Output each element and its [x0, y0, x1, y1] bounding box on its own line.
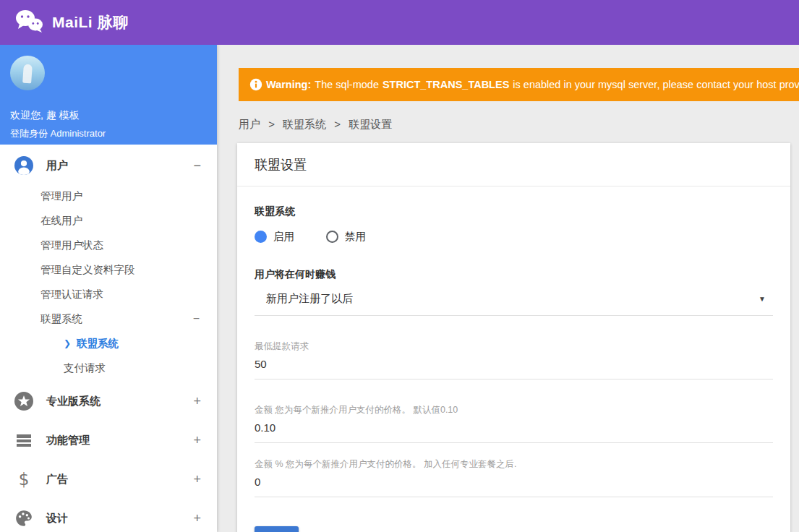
sidebar-item-label: 支付请求: [64, 361, 106, 375]
profile-role: 登陆身份 Administrator: [10, 127, 204, 140]
radio-option-enable[interactable]: 启用: [255, 230, 294, 244]
radio-option-disable[interactable]: 禁用: [326, 230, 366, 244]
layers-icon: [14, 431, 33, 450]
breadcrumb-users[interactable]: 用户: [239, 118, 260, 130]
sidebar-item-ads[interactable]: $ 广告 +: [0, 463, 217, 496]
radio-label: 禁用: [345, 230, 366, 244]
sidebar-item-label: 管理认证请求: [40, 288, 103, 301]
expand-icon[interactable]: +: [193, 512, 201, 525]
breadcrumb-affiliate-system[interactable]: 联盟系统: [283, 118, 326, 130]
warning-banner: Warning: The sql-mode STRICT_TRANS_TABLE…: [239, 68, 799, 101]
chevron-down-icon: ▼: [759, 295, 766, 303]
dollar-icon: $: [14, 470, 33, 489]
sidebar-item-label: 设计: [46, 512, 68, 525]
sidebar-item-label: 在线用户: [40, 214, 82, 228]
chevron-right-icon: ❯: [64, 338, 71, 348]
referral-percent-field: 金额 % 您为每个新推介用户支付的价格。 加入任何专业套餐之后. 0: [255, 458, 773, 497]
wechat-logo-icon: [14, 9, 43, 36]
earning-time-select-group: 用户将在何时赚钱 新用户注册了以后 ▼: [255, 268, 773, 316]
collapse-icon[interactable]: −: [193, 313, 200, 325]
sidebar-item-label: 管理自定义资料字段: [40, 263, 135, 277]
sidebar-item-custom-fields[interactable]: 管理自定义资料字段: [0, 257, 217, 282]
sidebar-item-label: 联盟系统: [40, 312, 82, 326]
app-title: MaiLi 脉聊: [52, 12, 129, 33]
sidebar-item-manage-users[interactable]: 管理用户: [0, 184, 217, 208]
warning-label: Warning:: [266, 79, 311, 90]
referral-amount-input[interactable]: 0.10: [255, 421, 773, 434]
settings-card: 联盟设置 联盟系统 启用 禁用 用户将在何时赚钱: [237, 143, 790, 532]
sidebar-item-feature-management[interactable]: 功能管理 +: [0, 424, 217, 457]
warning-text: The sql-mode: [315, 79, 379, 90]
sidebar-item-label: 联盟系统: [77, 337, 119, 351]
sidebar-item-label: 管理用户: [40, 189, 82, 203]
star-icon: [14, 392, 33, 411]
breadcrumb-separator: >: [334, 118, 341, 130]
sidebar-item-label: 用户: [46, 159, 68, 173]
sidebar-item-user-status[interactable]: 管理用户状态: [0, 233, 217, 257]
warning-text: is enabled in your mysql server, please …: [513, 79, 799, 90]
app-logo: MaiLi 脉聊: [14, 9, 129, 36]
radio-unselected-icon[interactable]: [326, 231, 338, 243]
sidebar-item-label: 专业版系统: [46, 395, 101, 408]
main-content: Warning: The sql-mode STRICT_TRANS_TABLE…: [217, 45, 799, 532]
sidebar-profile: 欢迎您, 趣 模板 登陆身份 Administrator: [0, 45, 217, 145]
sidebar-item-verification-requests[interactable]: 管理认证请求: [0, 282, 217, 306]
user-icon: [14, 156, 33, 175]
referral-amount-field: 金额 您为每个新推介用户支付的价格。 默认值0.10 0.10: [255, 404, 773, 443]
sidebar-item-affiliate-system-active[interactable]: ❯ 联盟系统: [0, 331, 217, 356]
sidebar-item-label: 广告: [46, 473, 68, 486]
affiliate-system-radio-group: 联盟系统 启用 禁用: [255, 205, 773, 244]
select-value: 新用户注册了以后: [266, 292, 353, 306]
referral-percent-input[interactable]: 0: [255, 476, 773, 488]
sidebar-item-users[interactable]: 用户 −: [0, 149, 217, 182]
breadcrumb-separator: >: [268, 118, 275, 130]
breadcrumb-current: 联盟设置: [349, 118, 392, 130]
app-header: MaiLi 脉聊: [0, 0, 799, 45]
sidebar-nav: 用户 − 管理用户 在线用户 管理用户状态 管理自定义资料字段 管理认证请求 联…: [0, 145, 217, 532]
sidebar-item-pro-system[interactable]: 专业版系统 +: [0, 385, 217, 418]
settings-form: 联盟系统 启用 禁用 用户将在何时赚钱 新用户注册了以后 ▼: [237, 186, 790, 532]
radio-label: 启用: [273, 230, 294, 244]
field-label: 用户将在何时赚钱: [255, 268, 773, 281]
field-label: 金额 您为每个新推介用户支付的价格。 默认值0.10: [255, 404, 773, 416]
save-button[interactable]: 保存: [255, 526, 299, 532]
field-label: 联盟系统: [255, 205, 773, 218]
min-withdrawal-field: 最低提款请求 50: [255, 340, 773, 379]
expand-icon[interactable]: +: [193, 434, 201, 447]
sidebar-group-affiliate-system[interactable]: 联盟系统 −: [0, 306, 217, 331]
sidebar: 欢迎您, 趣 模板 登陆身份 Administrator 用户 − 管理用户: [0, 45, 217, 532]
sidebar-item-online-users[interactable]: 在线用户: [0, 208, 217, 233]
warning-code: STRICT_TRANS_TABLES: [383, 79, 509, 90]
min-withdrawal-input[interactable]: 50: [255, 358, 773, 370]
sidebar-item-label: 管理用户状态: [40, 239, 103, 252]
profile-welcome: 欢迎您, 趣 模板: [10, 109, 204, 122]
palette-icon: [14, 509, 33, 528]
info-icon: [249, 78, 262, 91]
field-label: 最低提款请求: [255, 340, 773, 353]
expand-icon[interactable]: +: [193, 473, 201, 486]
sidebar-item-payment-requests[interactable]: 支付请求: [0, 356, 217, 380]
collapse-icon[interactable]: −: [193, 159, 201, 172]
breadcrumb: 用户 > 联盟系统 > 联盟设置: [239, 118, 799, 132]
field-label: 金额 % 您为每个新推介用户支付的价格。 加入任何专业套餐之后.: [255, 458, 773, 471]
earning-time-select[interactable]: 新用户注册了以后 ▼: [255, 292, 773, 316]
radio-selected-icon[interactable]: [255, 231, 267, 243]
users-submenu: 管理用户 在线用户 管理用户状态 管理自定义资料字段 管理认证请求 联盟系统 −…: [0, 182, 217, 385]
avatar: [10, 56, 45, 90]
expand-icon[interactable]: +: [193, 395, 201, 408]
sidebar-item-design[interactable]: 设计 +: [0, 502, 217, 532]
sidebar-item-label: 功能管理: [46, 434, 90, 447]
page-title: 联盟设置: [237, 143, 790, 186]
